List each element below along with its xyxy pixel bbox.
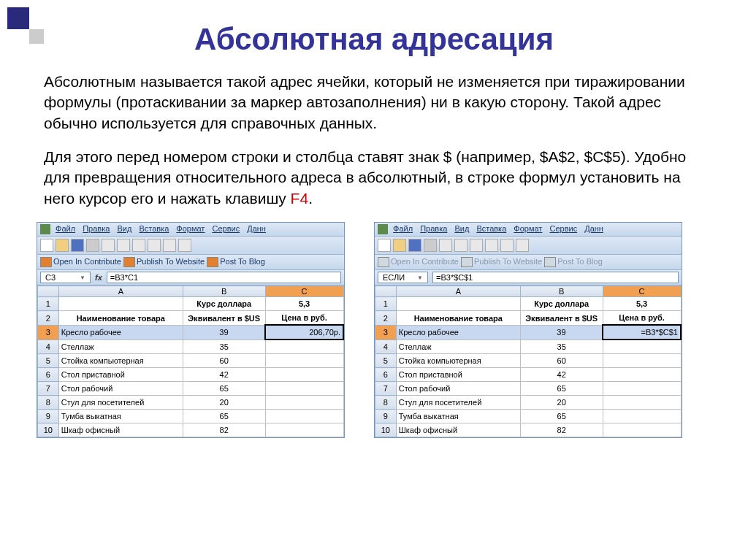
formula-bar[interactable]: =B3*$C$1 [432,272,679,283]
ct-icon [544,257,556,267]
toolbar-btn[interactable] [500,239,514,252]
menu-view[interactable]: Вид [454,224,469,233]
toolbar-btn[interactable] [516,239,529,252]
open-icon[interactable] [56,239,69,252]
new-icon[interactable] [40,239,53,252]
menu-data[interactable]: Данн [584,224,603,233]
ct-icon [123,257,135,267]
dropdown-icon[interactable]: ▼ [417,275,423,281]
menu-file[interactable]: Файл [56,224,75,233]
contribute-bar: Open In Contribute Publish To Website Po… [37,255,344,270]
contribute-bar: Open In Contribute Publish To Website Po… [375,255,682,270]
open-in-contribute: Open In Contribute [391,257,459,266]
toolbar-btn[interactable] [148,239,161,252]
menu-file[interactable]: Файл [393,224,413,233]
spreadsheet-grid[interactable]: ABC 1Курс доллара5,32Наименование товара… [375,285,682,437]
toolbar-btn[interactable] [163,239,176,252]
menu-view[interactable]: Вид [117,224,131,233]
spreadsheet-grid[interactable]: ABC 1Курс доллара5,32Наименование товара… [37,285,344,437]
paragraph-1: Абсолютным называется такой адрес ячейки… [44,72,704,134]
menu-format[interactable]: Формат [176,224,205,233]
ct-icon [461,257,473,267]
menu-bar: Файл Правка Вид Вставка Формат Сервис Да… [375,223,682,237]
menu-insert[interactable]: Вставка [476,224,506,233]
name-box-value: ЕСЛИ [383,273,405,282]
formula-bar[interactable]: =B3*C1 [107,272,341,283]
para2-end: . [308,190,313,207]
ct-icon [207,257,218,267]
print-icon[interactable] [424,239,437,252]
toolbar-btn[interactable] [132,239,145,252]
para2-text: Для этого перед номером строки и столбца… [44,148,686,207]
f4-key: F4 [291,190,309,207]
open-in-contribute[interactable]: Open In Contribute [53,257,121,266]
excel-icon [40,224,50,234]
ct-icon [40,257,52,267]
menu-data[interactable]: Данн [247,224,266,233]
publish-to-website[interactable]: Publish To Website [137,257,205,266]
toolbar-btn[interactable] [454,239,468,252]
toolbar-btn[interactable] [439,239,452,252]
toolbar-btn[interactable] [485,239,498,252]
excel-icon [378,224,388,234]
post-to-blog: Post To Blog [557,257,603,266]
post-to-blog[interactable]: Post To Blog [220,257,265,266]
publish-to-website: Publish To Website [474,257,542,266]
menu-tools[interactable]: Сервис [212,224,240,233]
save-icon[interactable] [408,239,421,252]
ct-icon [378,257,389,267]
menu-format[interactable]: Формат [514,224,542,233]
menu-edit[interactable]: Правка [420,224,447,233]
menu-edit[interactable]: Правка [83,224,110,233]
toolbar-btn[interactable] [117,239,130,252]
excel-screenshot-after: Файл Правка Вид Вставка Формат Сервис Да… [374,222,682,438]
formula-bar-row: ЕСЛИ▼ =B3*$C$1 [375,270,682,285]
toolbar [375,237,682,255]
menu-bar: Файл Правка Вид Вставка Формат Сервис Да… [37,223,344,237]
new-icon[interactable] [378,239,391,252]
menu-insert[interactable]: Вставка [139,224,169,233]
name-box[interactable]: C3▼ [40,272,91,283]
open-icon[interactable] [393,239,406,252]
toolbar-btn[interactable] [178,239,191,252]
print-icon[interactable] [86,239,99,252]
excel-screenshot-before: Файл Правка Вид Вставка Формат Сервис Да… [37,222,345,438]
dropdown-icon[interactable]: ▼ [80,275,85,281]
toolbar-btn[interactable] [470,239,483,252]
paragraph-2: Для этого перед номером строки и столбца… [44,147,704,209]
name-box-value: C3 [45,273,56,282]
page-title: Абсолютная адресация [0,22,748,57]
toolbar-btn[interactable] [102,239,115,252]
name-box[interactable]: ЕСЛИ▼ [378,272,428,283]
save-icon[interactable] [71,239,84,252]
menu-tools[interactable]: Сервис [549,224,577,233]
formula-bar-row: C3▼ fx =B3*C1 [37,270,344,285]
fx-icon[interactable]: fx [95,273,102,282]
toolbar [37,237,344,255]
